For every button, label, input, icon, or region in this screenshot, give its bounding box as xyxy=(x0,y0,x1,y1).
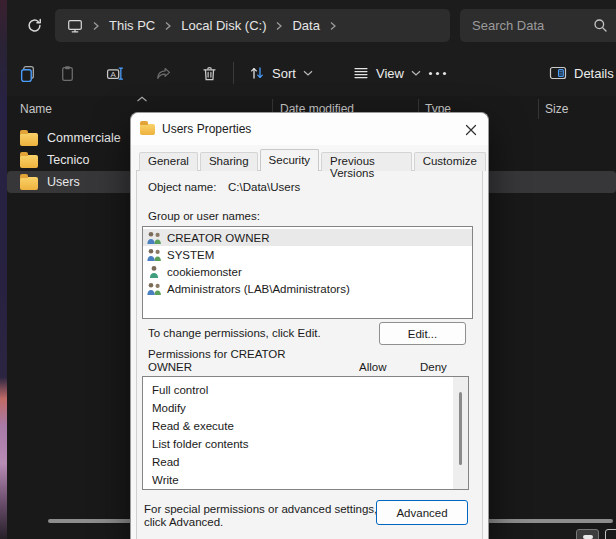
sort-label: Sort xyxy=(272,66,296,81)
permission-row-list-folder-contents[interactable]: List folder contents xyxy=(143,435,468,453)
details-view-toggle-button[interactable] xyxy=(576,529,599,539)
paste-icon xyxy=(59,65,76,82)
permissions-for-line1: Permissions for CREATOR xyxy=(148,348,286,361)
copy-icon xyxy=(19,65,36,82)
permission-name: List folder contents xyxy=(152,438,249,450)
object-name-value: C:\Data\Users xyxy=(228,181,300,193)
search-input[interactable]: Search Data xyxy=(460,9,616,42)
toolbar-divider xyxy=(233,62,234,84)
object-name-label: Object name: xyxy=(148,181,216,193)
file-name: Tecnico xyxy=(47,153,89,167)
view-icon xyxy=(353,65,369,81)
edit-hint-text: To change permissions, click Edit. xyxy=(148,327,321,339)
sort-button[interactable]: Sort xyxy=(243,58,319,88)
permission-name: Read xyxy=(152,456,180,468)
tab-sharing[interactable]: Sharing xyxy=(200,152,258,171)
search-icon xyxy=(593,18,608,33)
trash-icon xyxy=(201,65,218,82)
edit-button[interactable]: Edit... xyxy=(379,322,466,345)
breadcrumb-local-disk-c[interactable]: Local Disk (C:) xyxy=(181,18,266,33)
tab-security[interactable]: Security xyxy=(260,149,320,171)
paste-button[interactable] xyxy=(51,58,83,88)
scrollbar-thumb[interactable] xyxy=(459,392,462,465)
sort-ascending-icon xyxy=(136,96,148,102)
permissions-for-label: Permissions for CREATOR OWNER xyxy=(148,348,286,374)
permission-row-special-permissions[interactable]: Special permissions xyxy=(143,489,468,490)
close-button[interactable] xyxy=(458,118,483,141)
permission-row-write[interactable]: Write xyxy=(143,471,468,489)
dialog-titlebar: Users Properties xyxy=(131,113,488,145)
group-row-system[interactable]: SYSTEM xyxy=(143,246,472,263)
chevron-right-icon xyxy=(164,21,172,31)
group-row-creator-owner[interactable]: CREATOR OWNER xyxy=(143,229,472,246)
chevron-right-icon xyxy=(329,21,337,31)
address-bar-row: This PC Local Disk (C:) Data Search Data xyxy=(7,0,616,50)
allow-column-label: Allow xyxy=(359,361,386,373)
chevron-right-icon xyxy=(92,21,100,31)
tab-general[interactable]: General xyxy=(139,152,198,171)
group-or-user-names-label: Group or user names: xyxy=(148,210,260,222)
more-icon xyxy=(428,71,447,76)
copy-button[interactable] xyxy=(11,58,43,88)
column-header-size[interactable]: Size xyxy=(545,102,568,116)
permission-name: Write xyxy=(152,474,179,486)
file-name: Users xyxy=(47,175,80,189)
details-view-icon xyxy=(583,535,593,539)
svg-text:A: A xyxy=(110,69,116,78)
advanced-hint-line2: click Advanced. xyxy=(144,516,377,529)
sort-icon xyxy=(249,65,265,81)
view-button[interactable]: View xyxy=(347,58,427,88)
tab-previous-versions[interactable]: Previous Versions xyxy=(321,152,412,171)
group-name: CREATOR OWNER xyxy=(167,232,269,244)
dialog-tab-strip: General Sharing Security Previous Versio… xyxy=(139,151,488,171)
thumbnail-view-toggle-button[interactable] xyxy=(605,529,616,539)
details-label: Details xyxy=(574,66,614,81)
permissions-scrollbar[interactable] xyxy=(453,377,468,489)
this-pc-icon xyxy=(67,18,83,34)
share-button[interactable] xyxy=(147,58,179,88)
breadcrumb-data[interactable]: Data xyxy=(292,18,319,33)
permission-name: Read & execute xyxy=(152,420,234,432)
close-icon xyxy=(465,124,477,136)
permission-name: Full control xyxy=(152,384,208,396)
advanced-hint-text: For special permissions or advanced sett… xyxy=(144,503,377,529)
permission-row-full-control[interactable]: Full control xyxy=(143,381,468,399)
command-toolbar: A Sort View xyxy=(7,50,616,96)
group-icon xyxy=(146,231,163,245)
chevron-down-icon xyxy=(303,70,313,76)
file-name: Commerciale xyxy=(47,131,121,145)
folder-icon xyxy=(20,177,38,190)
column-header-name[interactable]: Name xyxy=(20,102,52,116)
user-row-cookiemonster[interactable]: cookiemonster xyxy=(143,263,472,280)
details-pane-icon xyxy=(549,65,567,81)
tab-customize[interactable]: Customize xyxy=(414,152,486,171)
permission-row-read-execute[interactable]: Read & execute xyxy=(143,417,468,435)
breadcrumb-this-pc[interactable]: This PC xyxy=(109,18,155,33)
details-button[interactable]: Details xyxy=(543,58,616,88)
group-or-user-names-list[interactable]: CREATOR OWNER SYSTEM cookiemonster Admin… xyxy=(142,226,473,319)
permission-row-read[interactable]: Read xyxy=(143,453,468,471)
permission-row-modify[interactable]: Modify xyxy=(143,399,468,417)
folder-icon xyxy=(20,155,38,168)
delete-button[interactable] xyxy=(193,58,225,88)
share-icon xyxy=(155,65,172,82)
group-name: Administrators (LAB\Administrators) xyxy=(167,283,350,295)
permissions-list[interactable]: Full control Modify Read & execute List … xyxy=(142,376,469,490)
breadcrumb: This PC Local Disk (C:) Data xyxy=(55,9,450,42)
permission-name: Modify xyxy=(152,402,186,414)
rename-button[interactable]: A xyxy=(99,58,131,88)
see-more-button[interactable] xyxy=(419,58,455,88)
permissions-for-line2: OWNER xyxy=(148,361,286,374)
user-icon xyxy=(146,265,163,279)
chevron-right-icon xyxy=(275,21,283,31)
group-icon xyxy=(146,248,163,262)
advanced-button[interactable]: Advanced xyxy=(376,500,468,525)
users-properties-dialog: Users Properties General Sharing Securit… xyxy=(130,112,489,539)
dialog-title: Users Properties xyxy=(162,122,251,136)
group-row-administrators[interactable]: Administrators (LAB\Administrators) xyxy=(143,280,472,297)
column-divider[interactable] xyxy=(538,99,539,119)
advanced-hint-line1: For special permissions or advanced sett… xyxy=(144,503,377,516)
deny-column-label: Deny xyxy=(420,361,447,373)
rename-icon: A xyxy=(106,65,124,82)
refresh-button[interactable] xyxy=(19,10,49,40)
